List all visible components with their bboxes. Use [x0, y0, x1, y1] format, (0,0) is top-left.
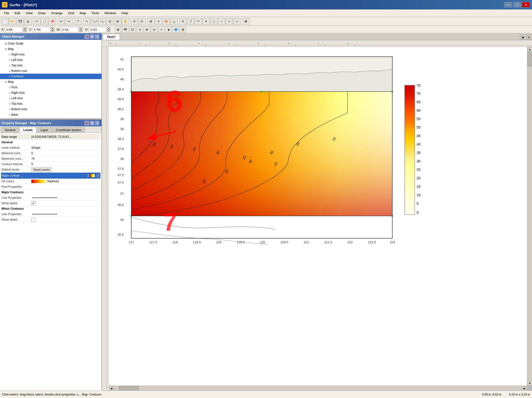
- tb-zoom-out[interactable]: 🔍-: [98, 18, 106, 25]
- minor-show-labels-checkbox[interactable]: [31, 218, 35, 222]
- obj-manager-float[interactable]: ⧉: [90, 34, 94, 39]
- w-spin-down[interactable]: ▼: [79, 30, 83, 32]
- minimize-button[interactable]: —: [504, 2, 512, 7]
- major-line-properties-row[interactable]: Line Properties: [1, 195, 100, 200]
- scroll-right-button[interactable]: ▶: [522, 386, 527, 391]
- tb-zoom-rect[interactable]: ⊞: [114, 18, 121, 25]
- menu-map[interactable]: Map: [77, 11, 88, 15]
- canvas-area[interactable]: 41 40.5 40 38.4 39.5 38.2 39 38 38.5 37.…: [109, 47, 527, 386]
- menu-draw[interactable]: Draw: [36, 11, 48, 15]
- tb-coord-3[interactable]: ⊡: [129, 26, 136, 33]
- tree-item-bottom-axis-2[interactable]: ≡ Bottom Axis: [0, 106, 101, 112]
- tree-item-post[interactable]: ≡ Post: [0, 85, 101, 90]
- h-spin-down[interactable]: ▼: [107, 30, 110, 32]
- tb-cut[interactable]: ✂: [33, 18, 41, 25]
- tab-plot1[interactable]: Plot1*: [103, 34, 120, 40]
- tb-new[interactable]: 📄: [1, 18, 8, 25]
- prop-manager-pin[interactable]: 📌: [85, 121, 89, 125]
- tb-grid-new[interactable]: ⊞: [147, 18, 155, 25]
- tb-coord-8[interactable]: ◈: [165, 26, 172, 33]
- tb-coord-7[interactable]: ↗: [158, 26, 165, 33]
- tree-item-map2[interactable]: ⊟ Map: [0, 79, 101, 85]
- tb-coord-10[interactable]: ⊞: [180, 26, 186, 33]
- plot-area[interactable]: 0 1 2 3 4 5 6 7: [102, 40, 532, 391]
- w-input[interactable]: [61, 27, 78, 32]
- x-input[interactable]: [5, 27, 22, 32]
- scroll-up-button[interactable]: ▲: [527, 47, 532, 52]
- tree-item-top-axis-2[interactable]: ≡ Top Axis: [0, 101, 101, 106]
- tab-levels[interactable]: Levels: [20, 127, 36, 133]
- tb-zoom-in[interactable]: 🔍+: [91, 18, 98, 25]
- reset-levels-button[interactable]: Reset Levels: [31, 167, 52, 172]
- tb-select[interactable]: ↖: [83, 18, 90, 25]
- horizontal-scrollbar[interactable]: ◀ ▶: [109, 386, 527, 391]
- menu-edit[interactable]: Edit: [12, 11, 23, 15]
- tb-pointer[interactable]: ⊹: [233, 18, 241, 25]
- tree-item-base[interactable]: ≡ Base: [0, 112, 101, 117]
- menu-file[interactable]: File: [1, 11, 12, 15]
- tree-item-bottom-axis-1[interactable]: ≡ Bottom Axis: [0, 68, 101, 74]
- tab-close[interactable]: ✕: [526, 35, 531, 40]
- tree-item-left-axis-1[interactable]: ≡ Left Axis: [0, 57, 101, 63]
- x-spin-up[interactable]: ▲: [23, 27, 27, 30]
- prop-manager-float[interactable]: ⧉: [90, 121, 94, 125]
- minor-line-properties-row[interactable]: Line Properties: [1, 211, 100, 217]
- tb-print[interactable]: 🖨: [24, 18, 32, 25]
- tree-item-right-axis-1[interactable]: ≡ Right Axis: [0, 52, 101, 57]
- scroll-left-button[interactable]: ◀: [109, 386, 114, 391]
- tb-redo[interactable]: ↪: [65, 18, 73, 25]
- tb-coord-4[interactable]: ≡: [136, 26, 143, 33]
- major-contour-row[interactable]: Major contour ... 2 ▲ ▼: [1, 173, 100, 179]
- major-contour-spin-down[interactable]: ▼: [96, 176, 100, 178]
- font-properties-row[interactable]: Font Properties: [1, 184, 100, 190]
- tab-general[interactable]: General: [1, 127, 19, 133]
- tb-undo[interactable]: ↩: [57, 18, 65, 25]
- tb-extra1[interactable]: ⊠: [242, 18, 250, 25]
- tb-save[interactable]: 💾: [16, 18, 24, 25]
- menu-help[interactable]: Help: [119, 11, 131, 15]
- tree-item-top-axis-1[interactable]: ≡ Top Axis: [0, 63, 101, 68]
- tb-text[interactable]: A: [179, 18, 187, 25]
- tb-copy[interactable]: 📋: [41, 18, 48, 25]
- tb-coord-6[interactable]: ⊙: [151, 26, 157, 33]
- tb-rotate[interactable]: ↻: [138, 18, 146, 25]
- scroll-thumb-h[interactable]: [119, 386, 139, 390]
- tb-pan[interactable]: ✋: [122, 18, 129, 25]
- obj-manager-close[interactable]: ✕: [95, 34, 99, 39]
- menu-view[interactable]: View: [23, 11, 35, 15]
- tree-item-map1[interactable]: ⊟ Map: [0, 46, 101, 52]
- tb-draw-ellipse[interactable]: ○: [218, 18, 225, 25]
- tb-draw-node[interactable]: ✦: [202, 18, 210, 25]
- tb-refresh[interactable]: ↺: [131, 18, 138, 25]
- y-spin-up[interactable]: ▲: [51, 27, 54, 30]
- major-show-labels-checkbox[interactable]: ✓: [31, 201, 35, 205]
- tree-item-contours[interactable]: ≡ Contours: [0, 74, 101, 79]
- w-spin-up[interactable]: ▲: [79, 27, 83, 30]
- tb-draw-curve[interactable]: 〜: [195, 18, 202, 25]
- close-button[interactable]: ✕: [522, 2, 530, 7]
- tb-open[interactable]: 📂: [9, 18, 16, 25]
- menu-tools[interactable]: Tools: [89, 11, 101, 15]
- y-input[interactable]: [33, 27, 50, 32]
- tab-coordinate-system[interactable]: Coordinate System: [52, 127, 85, 133]
- tb-draw-rect[interactable]: □: [210, 18, 218, 25]
- tb-grid-data[interactable]: ≡: [155, 18, 162, 25]
- menu-grid[interactable]: Grid: [66, 11, 77, 15]
- scroll-down-button[interactable]: ▼: [527, 381, 532, 386]
- vertical-scrollbar[interactable]: ▲ ▼: [527, 47, 532, 386]
- tb-zoom-full[interactable]: ⊡: [106, 18, 114, 25]
- tree-item-right-axis-2[interactable]: ≡ Right Axis: [0, 90, 101, 96]
- tab-nav-left[interactable]: ◀: [520, 35, 525, 40]
- tb-coord-9[interactable]: 🔷: [173, 26, 179, 33]
- major-contour-spin-up[interactable]: ▲: [96, 173, 100, 176]
- h-spin-up[interactable]: ▲: [107, 27, 110, 30]
- tb-coord-5[interactable]: ⊕: [144, 26, 150, 33]
- maximize-button[interactable]: □: [513, 2, 521, 7]
- tb-3d[interactable]: △: [170, 18, 178, 25]
- x-spin-down[interactable]: ▼: [23, 30, 27, 32]
- tree-item-left-axis-2[interactable]: ≡ Left Axis: [0, 96, 101, 101]
- tb-coord-1[interactable]: ⊞: [115, 26, 121, 33]
- prop-manager-close[interactable]: ✕: [95, 121, 99, 125]
- tb-draw-line[interactable]: ╱: [187, 18, 194, 25]
- tab-layer[interactable]: Layer: [37, 127, 52, 133]
